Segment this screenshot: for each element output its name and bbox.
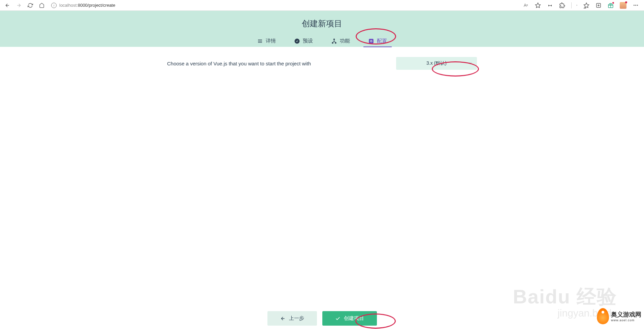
button-label: 上一步 xyxy=(289,315,304,322)
footer-actions: 上一步 创建项目 xyxy=(0,311,644,326)
config-square-icon xyxy=(368,38,374,44)
create-project-button[interactable]: 创建项目 xyxy=(322,311,377,326)
browser-toolbar: i localhost:8000/project/create Aﬂ ▸◂ xyxy=(0,0,644,11)
gift-icon[interactable] xyxy=(608,2,614,8)
collections-icon[interactable] xyxy=(595,2,602,8)
extension-icon[interactable] xyxy=(559,2,565,8)
diamond-icon[interactable]: ▸◂ xyxy=(547,2,553,8)
page-title: 创建新项目 xyxy=(0,18,644,29)
home-icon[interactable] xyxy=(39,3,44,8)
back-button[interactable]: 上一步 xyxy=(267,311,317,326)
list-icon xyxy=(257,38,263,44)
tab-config[interactable]: 配置 xyxy=(363,35,392,47)
flame-icon xyxy=(597,308,609,324)
arrow-left-icon xyxy=(280,316,286,321)
svg-marker-3 xyxy=(584,3,589,7)
favorites-list-icon[interactable] xyxy=(583,2,589,8)
svg-rect-13 xyxy=(369,39,374,43)
check-icon xyxy=(335,316,341,321)
chevron-down-icon xyxy=(468,61,472,66)
more-icon[interactable] xyxy=(633,2,639,8)
main-content: Choose a version of Vue.js that you want… xyxy=(0,47,644,80)
profile-avatar-icon[interactable] xyxy=(620,2,626,9)
favorite-star-icon[interactable] xyxy=(535,2,541,8)
tab-label: 详情 xyxy=(266,38,276,44)
tab-features[interactable]: 功能 xyxy=(326,35,355,47)
app-header: 创建新项目 详情 预设 功能 配置 xyxy=(0,11,644,47)
selected-value: 3.x (默认) xyxy=(426,60,447,66)
vue-version-row: Choose a version of Vue.js that you want… xyxy=(167,57,477,70)
tab-details[interactable]: 详情 xyxy=(252,35,281,47)
site-logo: 奥义游戏网 www.aoel.com xyxy=(597,308,641,324)
site-info-icon[interactable]: i xyxy=(51,3,57,8)
read-aloud-icon[interactable]: Aﬂ xyxy=(523,2,529,8)
check-circle-icon xyxy=(294,38,300,44)
button-label: 创建项目 xyxy=(344,315,364,322)
url-host: localhost: xyxy=(59,3,78,8)
logo-en: www.aoel.com xyxy=(611,319,641,322)
forward-icon[interactable] xyxy=(16,3,22,8)
tab-label: 预设 xyxy=(303,38,313,44)
vue-version-select[interactable]: 3.x (默认) xyxy=(396,57,477,70)
svg-marker-0 xyxy=(536,3,541,7)
tab-label: 配置 xyxy=(377,38,387,44)
refresh-icon[interactable] xyxy=(28,3,33,8)
tab-presets[interactable]: 预设 xyxy=(289,35,318,47)
vue-version-label: Choose a version of Vue.js that you want… xyxy=(167,61,311,66)
tabs-bar: 详情 预设 功能 配置 xyxy=(0,35,644,47)
watermark-line1: Baidu 经验 xyxy=(513,284,617,310)
logo-cn: 奥义游戏网 xyxy=(611,310,641,319)
svg-point-10 xyxy=(333,38,335,40)
back-icon[interactable] xyxy=(5,3,10,8)
tab-label: 功能 xyxy=(340,38,350,44)
url-path: 8000/project/create xyxy=(78,3,115,8)
tree-icon xyxy=(331,38,337,44)
address-bar[interactable]: i localhost:8000/project/create xyxy=(51,3,115,8)
split-screen-icon[interactable] xyxy=(571,2,577,8)
